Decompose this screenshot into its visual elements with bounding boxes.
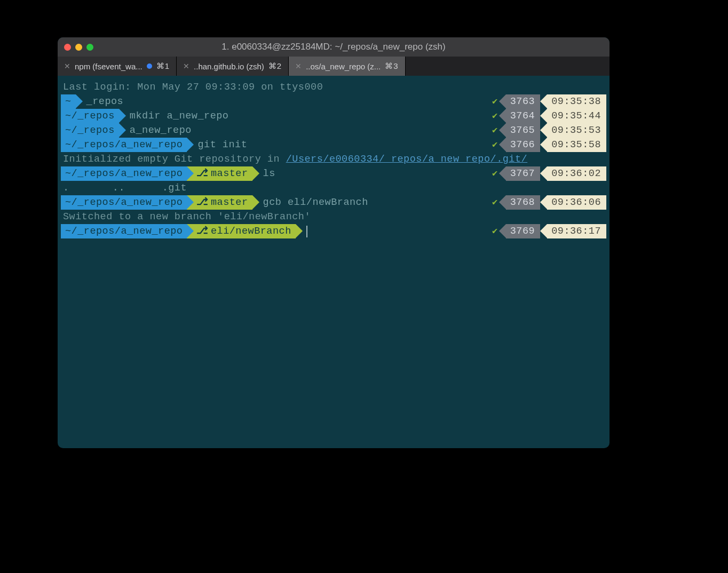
last-login-line: Last login: Mon May 27 09:33:09 on ttys0… — [61, 80, 606, 94]
check-icon: ✔ — [492, 195, 498, 210]
output-text: Initialized empty Git repository in — [63, 152, 286, 166]
history-segment: 3765 — [506, 123, 540, 138]
git-branch-icon: ⎇ — [196, 166, 209, 181]
terminal-content[interactable]: Last login: Mon May 27 09:33:09 on ttys0… — [58, 76, 610, 243]
right-status: ✔ 3768 09:36:06 — [492, 195, 606, 210]
history-segment: 3763 — [506, 94, 540, 109]
branch-segment: ⎇master — [187, 166, 252, 181]
right-status: ✔ 3769 09:36:17 — [492, 224, 606, 238]
tab-label: ..han.github.io (zsh) — [194, 62, 264, 71]
command-text: a_new_repo — [130, 123, 192, 138]
prompt-row: ~/_repos a_new_repo ✔ 3765 09:35:53 — [61, 123, 606, 138]
check-icon: ✔ — [492, 224, 498, 238]
path-segment: ~ — [61, 94, 76, 109]
prompt-row: ~/_repos mkdir a_new_repo ✔ 3764 09:35:4… — [61, 109, 606, 123]
time-segment: 09:35:53 — [547, 123, 606, 138]
right-status: ✔ 3766 09:35:58 — [492, 138, 606, 152]
tab-3[interactable]: ✕ ..os/a_new_repo (z... ⌘3 — [289, 57, 405, 76]
check-icon: ✔ — [492, 138, 498, 152]
tab-1[interactable]: ✕ npm (fsevent_wa... ⌘1 — [58, 57, 177, 76]
branch-name: eli/newBranch — [211, 224, 291, 238]
history-segment: 3767 — [506, 166, 540, 181]
branch-name: master — [211, 195, 248, 210]
git-branch-icon: ⎇ — [196, 224, 209, 238]
text-cursor[interactable] — [306, 226, 307, 237]
path-segment: ~/_repos/a_new_repo — [61, 224, 187, 238]
path-segment: ~/_repos/a_new_repo — [61, 138, 187, 152]
history-segment: 3769 — [506, 224, 540, 238]
traffic-lights — [64, 44, 93, 51]
time-segment: 09:36:02 — [547, 166, 606, 181]
time-segment: 09:35:58 — [547, 138, 606, 152]
time-segment: 09:36:06 — [547, 195, 606, 210]
close-tab-icon[interactable]: ✕ — [183, 62, 189, 70]
tab-2[interactable]: ✕ ..han.github.io (zsh) ⌘2 — [177, 57, 289, 76]
time-segment: 09:35:38 — [547, 94, 606, 109]
prompt-row: ~/_repos/a_new_repo git init ✔ 3766 09:3… — [61, 138, 606, 152]
tab-shortcut: ⌘1 — [156, 61, 170, 71]
titlebar[interactable]: 1. e0060334@zz25184MD: ~/_repos/a_new_re… — [58, 37, 610, 57]
command-text: gcb eli/newBranch — [263, 195, 368, 210]
activity-dot-icon — [147, 63, 152, 69]
close-tab-icon[interactable]: ✕ — [295, 62, 302, 70]
check-icon: ✔ — [492, 94, 498, 109]
check-icon: ✔ — [492, 109, 498, 123]
command-text: _repos — [86, 94, 124, 109]
history-segment: 3768 — [506, 195, 540, 210]
tab-label: ..os/a_new_repo (z... — [306, 62, 381, 71]
close-window-button[interactable] — [64, 44, 71, 51]
time-segment: 09:36:17 — [547, 224, 606, 238]
switch-branch-output: Switched to a new branch 'eli/newBranch' — [61, 210, 606, 224]
git-branch-icon: ⎇ — [196, 195, 209, 210]
tab-shortcut: ⌘3 — [385, 61, 398, 71]
branch-segment: ⎇master — [187, 195, 252, 210]
command-text: git init — [197, 138, 247, 152]
window-title: 1. e0060334@zz25184MD: ~/_repos/a_new_re… — [58, 42, 610, 52]
history-segment: 3764 — [506, 109, 540, 123]
repo-path-link[interactable]: /Users/e0060334/_repos/a_new_repo/.git/ — [286, 152, 527, 166]
git-init-output: Initialized empty Git repository in /Use… — [61, 152, 606, 166]
path-segment: ~/_repos/a_new_repo — [61, 166, 187, 181]
terminal-window: 1. e0060334@zz25184MD: ~/_repos/a_new_re… — [58, 37, 610, 448]
ls-output: . .. .git — [61, 181, 606, 195]
right-status: ✔ 3767 09:36:02 — [492, 166, 606, 181]
prompt-row-current: ~/_repos/a_new_repo ⎇eli/newBranch ✔ 376… — [61, 224, 606, 238]
command-text: ls — [263, 166, 275, 181]
command-text: mkdir a_new_repo — [130, 109, 229, 123]
time-segment: 09:35:44 — [547, 109, 606, 123]
tab-bar: ✕ npm (fsevent_wa... ⌘1 ✕ ..han.github.i… — [58, 57, 610, 76]
path-segment: ~/_repos — [61, 109, 119, 123]
right-status: ✔ 3765 09:35:53 — [492, 123, 606, 138]
tab-shortcut: ⌘2 — [268, 61, 282, 71]
path-segment: ~/_repos/a_new_repo — [61, 195, 187, 210]
close-tab-icon[interactable]: ✕ — [64, 62, 70, 70]
maximize-window-button[interactable] — [86, 44, 93, 51]
history-segment: 3766 — [506, 138, 540, 152]
path-segment: ~/_repos — [61, 123, 119, 138]
check-icon: ✔ — [492, 123, 498, 138]
prompt-row: ~ _repos ✔ 3763 09:35:38 — [61, 94, 606, 109]
tab-label: npm (fsevent_wa... — [75, 62, 143, 71]
check-icon: ✔ — [492, 166, 498, 181]
branch-name: master — [211, 166, 248, 181]
right-status: ✔ 3764 09:35:44 — [492, 109, 606, 123]
branch-segment: ⎇eli/newBranch — [187, 224, 295, 238]
right-status: ✔ 3763 09:35:38 — [492, 94, 606, 109]
prompt-row: ~/_repos/a_new_repo ⎇master ls ✔ 3767 09… — [61, 166, 606, 181]
prompt-row: ~/_repos/a_new_repo ⎇master gcb eli/newB… — [61, 195, 606, 210]
minimize-window-button[interactable] — [75, 44, 82, 51]
